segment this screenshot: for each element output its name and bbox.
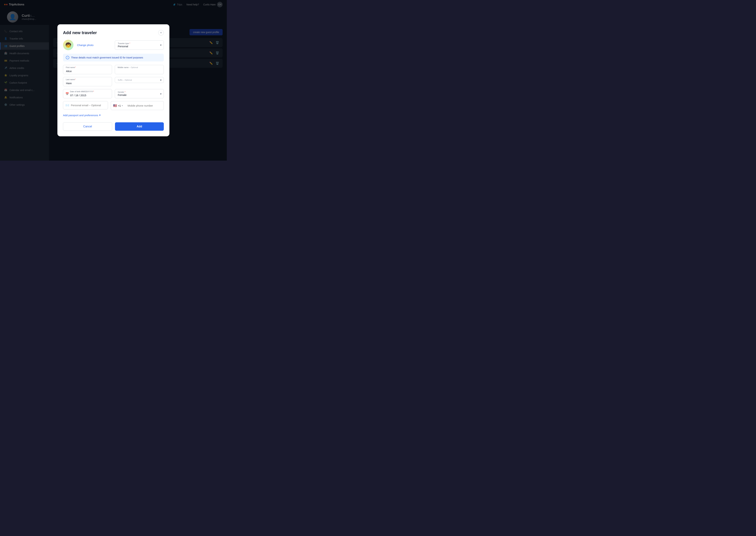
country-code-dropdown[interactable]: 🇺🇸 +1 ▾ — [111, 101, 125, 110]
last-name-field: Last name* — [63, 77, 112, 86]
first-name-input[interactable] — [63, 65, 112, 74]
contact-row: ✉️ 🇺🇸 +1 ▾ — [63, 101, 164, 110]
country-code-value: +1 — [118, 104, 121, 107]
gender-value: Female — [118, 93, 157, 96]
add-passport-chevron: ▾ — [99, 114, 101, 117]
info-icon: i — [66, 56, 69, 59]
dob-gender-row: 📅 Date of birth MM/DD/YYYY* Gender * Fem… — [63, 89, 164, 98]
add-button[interactable]: Add — [115, 122, 164, 131]
phone-group: 🇺🇸 +1 ▾ — [111, 101, 164, 110]
traveler-type-required: * — [129, 42, 130, 45]
email-icon: ✉️ — [66, 104, 69, 107]
add-passport-button[interactable]: Add passport and preferences ▾ — [63, 114, 101, 117]
traveler-photo: 🧒 — [63, 40, 74, 50]
phone-number-input[interactable] — [125, 101, 164, 110]
country-code-chevron: ▾ — [122, 105, 123, 107]
cancel-button[interactable]: Cancel — [63, 122, 112, 131]
name-fields-row1: First name* Middle name – Optional — [63, 65, 164, 74]
modal-header: Add new traveler × — [63, 30, 164, 36]
gender-label: Gender — [118, 91, 124, 93]
info-banner: i These details must match goverment iss… — [63, 54, 164, 61]
first-name-field: First name* — [63, 65, 112, 74]
personal-email-field: ✉️ — [63, 101, 108, 110]
middle-name-input[interactable] — [115, 65, 164, 74]
traveler-type-label: Traveler type — [118, 42, 129, 45]
gender-field: Gender * Female ▾ — [115, 89, 164, 98]
info-banner-text: These details must match goverment issue… — [71, 56, 143, 59]
modal-footer: Cancel Add — [63, 122, 164, 131]
modal-title: Add new traveler — [63, 30, 97, 35]
name-fields-row2: Last name* Suffix – Optional ▾ — [63, 77, 164, 86]
add-passport-label: Add passport and preferences — [63, 114, 98, 117]
dob-field: 📅 Date of birth MM/DD/YYYY* — [63, 89, 112, 98]
calendar-field-icon: 📅 — [65, 92, 69, 95]
suffix-label: Suffix — [118, 79, 122, 81]
traveler-type-select: Traveler type * Personal ▾ — [115, 40, 164, 50]
suffix-optional: – Optional — [123, 79, 132, 81]
photo-section: 🧒 Change photo Traveler type * Personal … — [63, 40, 164, 50]
suffix-dropdown[interactable]: Suffix – Optional ▾ — [115, 77, 164, 83]
traveler-type-chevron: ▾ — [160, 43, 161, 47]
middle-name-field: Middle name – Optional — [115, 65, 164, 74]
personal-email-input[interactable] — [71, 104, 105, 107]
traveler-type-value: Personal — [118, 45, 157, 48]
email-input-wrapper: ✉️ — [63, 101, 108, 109]
dob-input[interactable] — [63, 89, 112, 98]
traveler-type-dropdown[interactable]: Traveler type * Personal ▾ — [115, 40, 164, 50]
add-traveler-modal: Add new traveler × 🧒 Change photo Travel… — [57, 24, 169, 136]
suffix-field: Suffix – Optional ▾ — [115, 77, 164, 86]
gender-chevron: ▾ — [160, 92, 161, 95]
change-photo-button[interactable]: Change photo — [77, 44, 93, 47]
traveler-photo-inner: 🧒 — [63, 40, 74, 50]
gender-dropdown[interactable]: Gender * Female ▾ — [115, 89, 164, 98]
last-name-input[interactable] — [63, 77, 112, 86]
flag-icon: 🇺🇸 — [113, 104, 117, 108]
modal-close-button[interactable]: × — [158, 30, 164, 36]
phone-field: 🇺🇸 +1 ▾ — [111, 101, 164, 110]
suffix-chevron: ▾ — [160, 79, 161, 82]
